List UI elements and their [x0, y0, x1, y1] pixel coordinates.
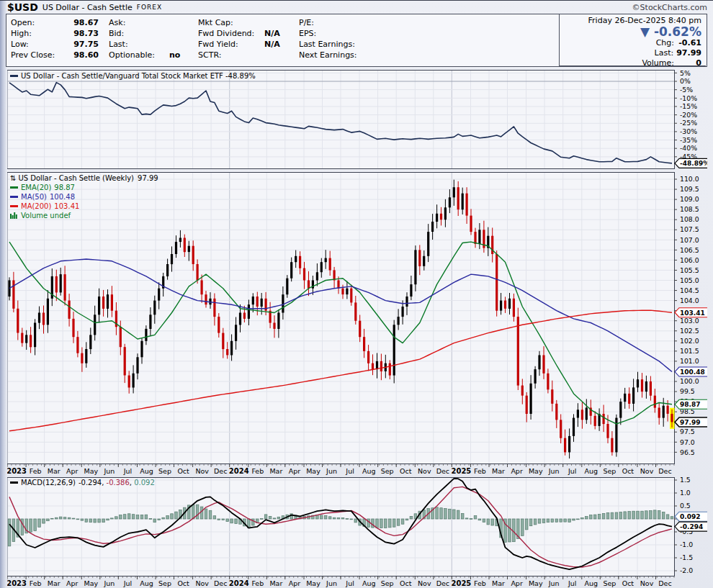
- info-label: High:: [11, 28, 67, 39]
- svg-text:Jul: Jul: [123, 467, 132, 475]
- info-row: P/E:: [299, 17, 388, 28]
- info-row: High:98.73: [11, 28, 99, 39]
- svg-text:Sep: Sep: [381, 579, 394, 587]
- info-value: N/A: [264, 39, 289, 50]
- ma50-value: 100.48: [50, 192, 75, 202]
- svg-text:103.0: 103.0: [680, 317, 699, 325]
- svg-text:Apr: Apr: [289, 467, 301, 475]
- info-label: P/E:: [299, 17, 367, 28]
- ema20-line-swatch: [10, 186, 18, 189]
- svg-text:Dec: Dec: [214, 467, 227, 475]
- info-column: Mkt Cap:Fwd Dividend:N/AFwd Yield:N/ASCT…: [198, 17, 289, 60]
- x-axis-labels-bottom: 2023FebMarAprMayJunJulAugSepOctNovDec202…: [7, 576, 707, 588]
- info-row: Mkt Cap:: [198, 17, 289, 28]
- svg-text:Jun: Jun: [103, 467, 115, 475]
- svg-text:Jul: Jul: [345, 467, 354, 475]
- svg-text:Apr: Apr: [66, 579, 79, 587]
- svg-text:May: May: [84, 579, 98, 587]
- svg-text:Feb: Feb: [251, 579, 264, 587]
- info-row: Low:97.75: [11, 39, 99, 50]
- macd-chart: 1.51.00.50.0-0.5-1.0-1.5-2.00.092-0.294: [7, 477, 707, 576]
- volume-label: Volume undef: [21, 211, 71, 220]
- info-value: 98.73: [67, 28, 99, 39]
- info-value: [163, 17, 188, 28]
- svg-text:Sep: Sep: [603, 579, 616, 587]
- svg-text:2023: 2023: [7, 579, 27, 587]
- title-bar: $USD US Dollar - Cash Settle FOREX ©Stoc…: [7, 1, 707, 14]
- svg-text:102.5: 102.5: [680, 327, 699, 335]
- svg-text:-0.294: -0.294: [680, 523, 703, 530]
- ma50-label: MA(50): [21, 192, 47, 202]
- info-value: no: [163, 50, 188, 60]
- svg-text:Nov: Nov: [195, 467, 209, 475]
- macd-signal-value: -0.386: [107, 478, 130, 487]
- svg-text:2025: 2025: [451, 467, 471, 475]
- svg-text:101.0: 101.0: [680, 357, 699, 365]
- performance-legend: US Dollar - Cash Settle/Vanguard Total S…: [10, 71, 256, 81]
- performance-line-swatch: [10, 75, 18, 77]
- info-label: Fwd Yield:: [198, 39, 264, 50]
- svg-text:107.0: 107.0: [680, 236, 699, 244]
- info-row: Next Earnings:: [299, 50, 388, 60]
- svg-text:Jun: Jun: [326, 579, 337, 587]
- percent-change: ▼ -0.62%: [560, 26, 701, 38]
- svg-text:Oct: Oct: [622, 579, 634, 587]
- svg-text:Jul: Jul: [568, 467, 576, 475]
- info-row: Fwd Dividend:N/A: [198, 28, 289, 39]
- info-value: 97.75: [67, 39, 99, 50]
- svg-text:Sep: Sep: [603, 467, 616, 475]
- svg-text:Nov: Nov: [418, 579, 431, 587]
- svg-text:-10%: -10%: [680, 94, 697, 102]
- info-row: Last:: [109, 39, 188, 50]
- x-axis-labels-middle: 2023FebMarAprMayJunJulAugSepOctNovDec202…: [7, 464, 707, 476]
- svg-text:110.0: 110.0: [680, 175, 699, 183]
- svg-text:Nov: Nov: [640, 467, 654, 475]
- performance-chart: 5%0%-5%-10%-15%-20%-25%-30%-35%-40%-45%-…: [7, 70, 707, 169]
- svg-text:May: May: [306, 579, 320, 587]
- svg-text:Jul: Jul: [123, 579, 132, 587]
- info-column: Ask:Bid:Last:Optionable:no: [109, 17, 188, 60]
- svg-text:Jun: Jun: [548, 467, 560, 475]
- svg-text:Dec: Dec: [436, 579, 449, 587]
- svg-text:0.5: 0.5: [680, 502, 691, 510]
- svg-text:-5%: -5%: [680, 86, 693, 94]
- svg-text:-2.0: -2.0: [680, 566, 693, 574]
- ma200-label: MA(200): [21, 202, 51, 211]
- info-label: Low:: [11, 39, 67, 50]
- info-label: Ask:: [109, 17, 163, 28]
- performance-legend-label: US Dollar - Cash Settle/Vanguard Total S…: [21, 71, 256, 81]
- svg-text:98.87: 98.87: [680, 401, 700, 408]
- info-label: Mkt Cap:: [198, 17, 264, 28]
- quote-row: Volume:0: [560, 58, 701, 68]
- info-value: [264, 17, 289, 28]
- weekly-bars-icon: ⇅: [10, 173, 16, 183]
- macd-value: -0.294: [79, 478, 102, 487]
- info-value: [264, 50, 289, 60]
- svg-text:Jun: Jun: [548, 579, 560, 587]
- quote-info-panel: Open:98.67High:98.73Low:97.75Prev Close:…: [6, 14, 707, 67]
- svg-text:Feb: Feb: [474, 467, 486, 475]
- svg-text:Oct: Oct: [177, 467, 189, 475]
- svg-text:-25%: -25%: [680, 119, 697, 127]
- info-row: Ask:: [109, 17, 188, 28]
- svg-text:-15%: -15%: [680, 102, 697, 110]
- symbol-name: US Dollar - Cash Settle: [42, 3, 133, 12]
- svg-text:109.5: 109.5: [680, 185, 699, 193]
- ma50-legend: MA(50) 100.48: [10, 192, 158, 202]
- svg-text:Apr: Apr: [511, 467, 523, 475]
- info-label: Bid:: [109, 28, 163, 39]
- svg-text:104.0: 104.0: [680, 297, 699, 304]
- quote-summary-box: Friday 26-Dec-2025 8:40 pm ▼ -0.62% Chg:…: [559, 14, 706, 66]
- svg-text:May: May: [529, 579, 543, 587]
- ma200-legend: MA(200) 103.41: [10, 202, 158, 211]
- svg-text:Jul: Jul: [568, 579, 576, 587]
- macd-legend: MACD(12,26,9) -0.294, -0.386, 0.092: [10, 478, 155, 487]
- quote-row: Last:97.99: [560, 48, 701, 58]
- ma50-line-swatch: [10, 196, 18, 198]
- ema20-value: 98.87: [54, 183, 75, 192]
- svg-text:100.48: 100.48: [680, 368, 705, 376]
- svg-text:Mar: Mar: [269, 467, 282, 475]
- svg-text:Aug: Aug: [140, 579, 153, 587]
- info-label: Next Earnings:: [299, 50, 367, 60]
- svg-text:106.5: 106.5: [680, 246, 699, 254]
